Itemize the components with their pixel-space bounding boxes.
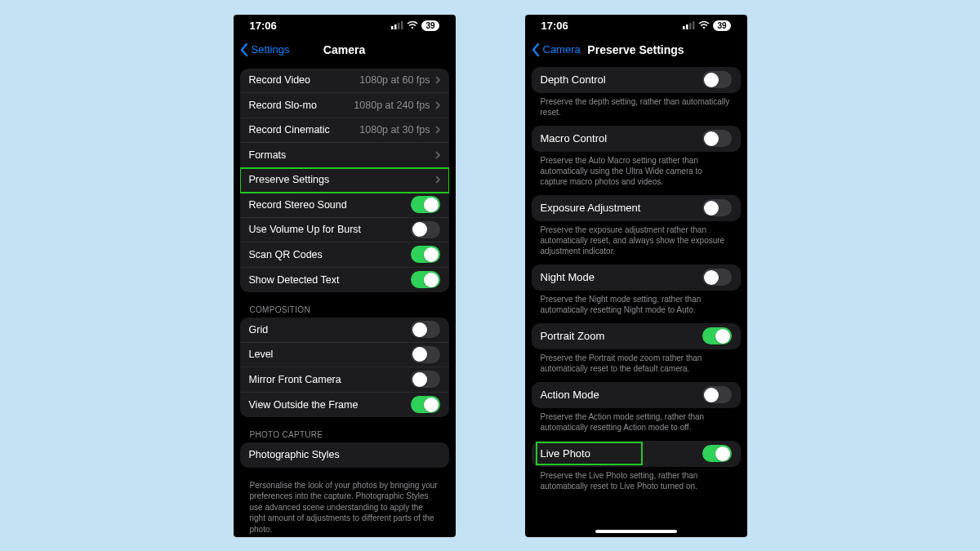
label-record-cinematic: Record Cinematic xyxy=(249,124,330,136)
nav-bar: Camera Preserve Settings xyxy=(525,38,747,62)
chevron-right-icon xyxy=(435,151,440,159)
phone-camera-settings: 17:06 39 Settings Camera Record Video 10… xyxy=(234,15,456,537)
toggle-macro[interactable] xyxy=(702,130,732,147)
row-live-photo[interactable]: Live Photo xyxy=(532,441,741,467)
toggle-live-photo[interactable] xyxy=(702,445,732,462)
label-portrait: Portrait Zoom xyxy=(541,330,605,342)
label-photographic-styles: Photographic Styles xyxy=(249,449,340,460)
row-depth-control[interactable]: Depth Control xyxy=(532,67,741,93)
svg-rect-0 xyxy=(391,26,394,29)
toggle-grid[interactable] xyxy=(411,321,440,338)
chevron-right-icon xyxy=(435,76,440,84)
row-level[interactable]: Level xyxy=(240,343,449,368)
label-detected-text: Show Detected Text xyxy=(249,274,340,286)
desc-portrait: Preserve the Portrait mode zoom rather t… xyxy=(532,349,741,375)
label-preserve-settings: Preserve Settings xyxy=(249,174,330,185)
row-record-video[interactable]: Record Video 1080p at 60 fps xyxy=(240,69,449,94)
row-detected-text[interactable]: Show Detected Text xyxy=(240,268,449,293)
toggle-depth[interactable] xyxy=(702,71,732,88)
svg-point-4 xyxy=(412,27,413,29)
chevron-left-icon xyxy=(240,43,248,56)
svg-rect-1 xyxy=(394,24,397,29)
row-record-slomo[interactable]: Record Slo-mo 1080p at 240 fps xyxy=(240,93,449,118)
label-mirror: Mirror Front Camera xyxy=(249,374,341,385)
row-macro-control[interactable]: Macro Control xyxy=(532,126,741,152)
page-title: Preserve Settings xyxy=(587,43,684,56)
group-photo-capture: Photographic Styles xyxy=(240,442,449,468)
label-grid: Grid xyxy=(249,324,269,335)
row-formats[interactable]: Formats xyxy=(240,143,449,168)
svg-rect-6 xyxy=(686,24,688,29)
label-formats: Formats xyxy=(249,149,287,161)
desc-exposure: Preserve the exposure adjustment rather … xyxy=(532,221,741,258)
battery-icon: 39 xyxy=(713,20,730,31)
toggle-volume-burst[interactable] xyxy=(411,221,440,238)
value-record-cinematic: 1080p at 30 fps xyxy=(359,124,430,136)
home-indicator[interactable] xyxy=(595,530,677,533)
label-action: Action Mode xyxy=(541,389,599,401)
svg-rect-3 xyxy=(401,21,403,29)
svg-rect-2 xyxy=(398,23,400,29)
value-record-slomo: 1080p at 240 fps xyxy=(354,100,430,111)
chevron-left-icon xyxy=(532,43,540,56)
page-title: Camera xyxy=(323,43,365,56)
label-exposure: Exposure Adjustment xyxy=(541,202,641,214)
cellular-icon xyxy=(391,20,403,32)
live-photo-highlight: Live Photo xyxy=(537,443,641,464)
row-scan-qr[interactable]: Scan QR Codes xyxy=(240,242,449,268)
cellular-icon xyxy=(683,20,695,32)
row-preserve-settings[interactable]: Preserve Settings xyxy=(240,168,449,193)
group-recording: Record Video 1080p at 60 fps Record Slo-… xyxy=(240,69,449,293)
back-label: Camera xyxy=(543,43,581,56)
label-night: Night Mode xyxy=(541,271,595,283)
wifi-icon xyxy=(407,20,418,32)
status-bar: 17:06 39 xyxy=(525,15,747,38)
row-grid[interactable]: Grid xyxy=(240,318,449,343)
label-outside: View Outside the Frame xyxy=(249,399,359,411)
row-volume-burst[interactable]: Use Volume Up for Burst xyxy=(240,218,449,243)
row-action-mode[interactable]: Action Mode xyxy=(532,382,741,408)
row-exposure-adjustment[interactable]: Exposure Adjustment xyxy=(532,195,741,221)
toggle-portrait[interactable] xyxy=(702,327,732,344)
chevron-right-icon xyxy=(435,101,440,109)
toggle-mirror[interactable] xyxy=(411,371,440,388)
toggle-detected-text[interactable] xyxy=(411,271,440,288)
toggle-stereo[interactable] xyxy=(411,196,440,213)
photo-styles-footer: Personalise the look of your photos by b… xyxy=(240,476,449,537)
toggle-qr[interactable] xyxy=(411,246,440,263)
label-qr: Scan QR Codes xyxy=(249,249,323,260)
wifi-icon xyxy=(698,20,710,32)
back-button[interactable]: Settings xyxy=(240,38,290,62)
svg-rect-5 xyxy=(683,26,685,29)
label-live-photo: Live Photo xyxy=(541,447,590,460)
svg-rect-8 xyxy=(693,21,695,29)
preserve-content: Depth Control Preserve the depth setting… xyxy=(525,62,747,537)
status-time: 17:06 xyxy=(250,20,277,32)
row-photographic-styles[interactable]: Photographic Styles xyxy=(240,442,449,468)
section-photo-capture: PHOTO CAPTURE xyxy=(240,425,449,442)
toggle-level[interactable] xyxy=(411,346,440,363)
chevron-right-icon xyxy=(435,176,440,184)
row-record-cinematic[interactable]: Record Cinematic 1080p at 30 fps xyxy=(240,118,449,144)
back-button[interactable]: Camera xyxy=(532,38,581,62)
label-stereo: Record Stereo Sound xyxy=(249,199,347,211)
row-portrait-zoom[interactable]: Portrait Zoom xyxy=(532,323,741,349)
label-macro: Macro Control xyxy=(541,132,608,144)
row-mirror-front[interactable]: Mirror Front Camera xyxy=(240,367,449,393)
label-volume-burst: Use Volume Up for Burst xyxy=(249,224,362,235)
desc-night: Preserve the Night mode setting, rather … xyxy=(532,291,741,317)
section-composition: COMPOSITION xyxy=(240,300,449,318)
row-stereo-sound[interactable]: Record Stereo Sound xyxy=(240,193,449,218)
toggle-outside[interactable] xyxy=(411,396,440,413)
nav-bar: Settings Camera xyxy=(234,38,456,62)
toggle-exposure[interactable] xyxy=(702,199,732,216)
toggle-action[interactable] xyxy=(702,386,732,403)
desc-macro: Preserve the Auto Macro setting rather t… xyxy=(532,152,741,189)
status-bar: 17:06 39 xyxy=(234,15,456,38)
row-night-mode[interactable]: Night Mode xyxy=(532,264,741,291)
toggle-night[interactable] xyxy=(702,269,732,286)
desc-action: Preserve the Action mode setting, rather… xyxy=(532,408,741,434)
label-depth: Depth Control xyxy=(541,73,606,86)
group-composition: Grid Level Mirror Front Camera View Outs… xyxy=(240,318,449,417)
row-outside-frame[interactable]: View Outside the Frame xyxy=(240,393,449,418)
